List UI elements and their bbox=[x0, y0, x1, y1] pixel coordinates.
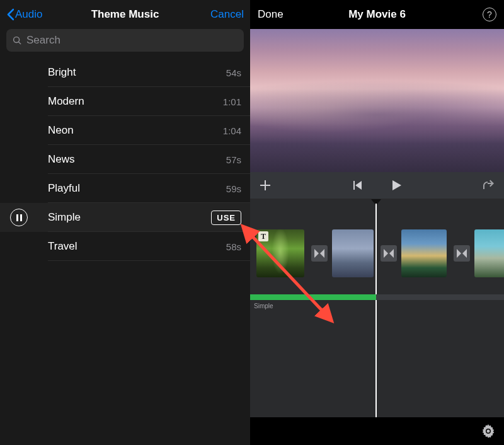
track-duration: 1:01 bbox=[223, 96, 241, 107]
track-row[interactable]: Neon1:04 bbox=[0, 116, 250, 145]
track-name: Neon bbox=[38, 124, 223, 137]
transition-icon bbox=[314, 249, 324, 258]
search-container: Search bbox=[0, 29, 250, 58]
track-duration: 1:04 bbox=[223, 125, 241, 136]
transition-button[interactable] bbox=[381, 245, 397, 262]
play-button[interactable] bbox=[389, 178, 403, 192]
track-duration: 57s bbox=[226, 154, 241, 165]
search-icon bbox=[13, 36, 22, 45]
help-button[interactable]: ? bbox=[459, 8, 496, 21]
audio-track[interactable] bbox=[250, 294, 504, 300]
bottom-toolbar bbox=[250, 417, 504, 445]
video-clip[interactable] bbox=[401, 229, 447, 277]
back-button[interactable]: Audio bbox=[6, 8, 63, 21]
add-button[interactable] bbox=[259, 179, 272, 192]
track-row[interactable]: Bright54s bbox=[0, 58, 250, 87]
help-icon: ? bbox=[483, 8, 496, 21]
done-button[interactable]: Done bbox=[258, 8, 295, 21]
row-separator bbox=[48, 260, 250, 261]
transition-icon bbox=[457, 249, 467, 258]
audio-track-label: Simple bbox=[254, 303, 273, 309]
audio-title: Theme Music bbox=[91, 8, 159, 21]
track-list: Bright54sModern1:01Neon1:04News57sPlayfu… bbox=[0, 58, 250, 445]
audio-clip[interactable] bbox=[250, 294, 376, 300]
track-row[interactable]: News57s bbox=[0, 145, 250, 174]
audio-panel: Audio Theme Music Cancel Search Bright54… bbox=[0, 0, 250, 445]
undo-button[interactable] bbox=[481, 180, 495, 191]
track-row[interactable]: Modern1:01 bbox=[0, 87, 250, 116]
skip-start-button[interactable] bbox=[352, 180, 363, 191]
track-duration: 59s bbox=[226, 183, 241, 194]
use-button[interactable]: USE bbox=[211, 211, 241, 225]
editor-header: Done My Movie 6 ? bbox=[250, 0, 504, 29]
clip-track: T bbox=[256, 229, 504, 278]
cancel-button[interactable]: Cancel bbox=[187, 8, 244, 21]
track-play-button[interactable] bbox=[0, 209, 38, 226]
track-name: Bright bbox=[38, 66, 226, 79]
track-name: Simple bbox=[38, 211, 211, 224]
chevron-left-icon bbox=[6, 8, 14, 21]
track-duration: 54s bbox=[226, 67, 241, 78]
transition-icon bbox=[384, 249, 394, 258]
title-badge-icon: T bbox=[258, 231, 268, 241]
track-row[interactable]: SimpleUSE bbox=[0, 203, 250, 232]
track-row[interactable]: Travel58s bbox=[0, 232, 250, 261]
track-name: Travel bbox=[38, 240, 226, 253]
track-name: Playful bbox=[38, 182, 226, 195]
video-clip[interactable] bbox=[474, 229, 504, 277]
track-name: News bbox=[38, 153, 226, 166]
transition-button[interactable] bbox=[311, 245, 328, 262]
settings-button[interactable] bbox=[481, 424, 495, 438]
editor-panel: Done My Movie 6 ? T bbox=[250, 0, 504, 445]
playback-controls bbox=[250, 172, 504, 199]
track-duration: 58s bbox=[226, 241, 241, 252]
track-row[interactable]: Playful59s bbox=[0, 174, 250, 203]
timeline[interactable]: T Simple bbox=[250, 199, 504, 417]
search-input[interactable]: Search bbox=[6, 29, 244, 52]
transition-button[interactable] bbox=[454, 245, 470, 262]
search-placeholder: Search bbox=[26, 34, 60, 47]
video-preview[interactable] bbox=[250, 29, 504, 172]
track-name: Modern bbox=[38, 95, 223, 108]
project-title: My Movie 6 bbox=[348, 8, 406, 21]
pause-icon bbox=[10, 209, 28, 226]
back-label: Audio bbox=[15, 8, 42, 21]
video-clip[interactable] bbox=[332, 229, 374, 277]
audio-header: Audio Theme Music Cancel bbox=[0, 0, 250, 29]
video-clip[interactable]: T bbox=[256, 229, 304, 277]
